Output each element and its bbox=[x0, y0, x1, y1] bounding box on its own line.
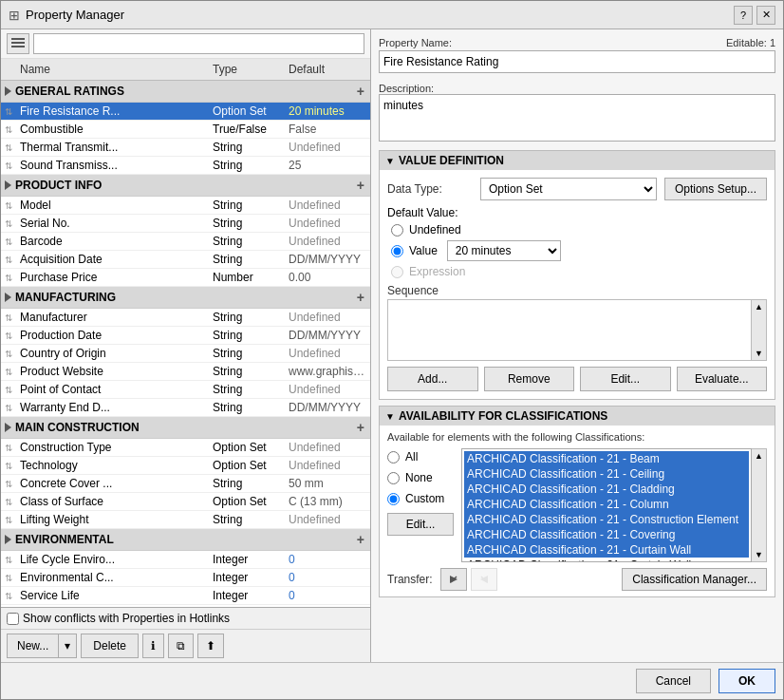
help-button[interactable]: ? bbox=[734, 6, 753, 25]
row-type: String bbox=[209, 381, 285, 398]
description-textarea[interactable]: minutes bbox=[379, 94, 775, 142]
table-row[interactable]: ⇅ Combustible True/False False bbox=[1, 121, 370, 139]
add-button[interactable]: Add... bbox=[387, 367, 478, 391]
classification-item[interactable]: ARCHICAD Classification - 21 - Ceiling bbox=[464, 466, 749, 482]
transfer-row: Transfer: bbox=[387, 568, 767, 591]
row-name: Acquisition Date bbox=[16, 251, 209, 268]
section-add-button[interactable]: + bbox=[357, 84, 364, 99]
list-view-button[interactable] bbox=[7, 33, 29, 54]
section-manufacturing: MANUFACTURING + bbox=[1, 287, 370, 309]
table-row[interactable]: ⇅ Product Website String www.graphisoft.… bbox=[1, 363, 370, 381]
export-button[interactable]: ⬆ bbox=[197, 634, 224, 658]
copy-button[interactable]: ⧉ bbox=[168, 634, 194, 658]
table-row[interactable]: ⇅ Construction Type Option Set Undefined bbox=[1, 439, 370, 457]
row-type: Option Set bbox=[209, 103, 285, 120]
availability-collapse-icon[interactable]: ▼ bbox=[385, 411, 395, 422]
table-row[interactable]: ⇅ Model String Undefined bbox=[1, 197, 370, 215]
classification-item[interactable]: ARCHICAD Classification - 21 - Construct… bbox=[464, 512, 749, 527]
table-row[interactable]: ⇅ Warranty End D... String DD/MM/YYYY bbox=[1, 399, 370, 417]
app-icon: ⊞ bbox=[9, 8, 20, 23]
conflicts-checkbox[interactable] bbox=[7, 613, 19, 625]
section-collapse-icon[interactable] bbox=[5, 180, 11, 190]
scroll-up-button[interactable]: ▲ bbox=[752, 300, 766, 313]
section-collapse-icon[interactable] bbox=[5, 535, 11, 544]
table-row[interactable]: ⇅ Technology Option Set Undefined bbox=[1, 457, 370, 475]
section-add-button[interactable]: + bbox=[357, 178, 364, 193]
classif-scroll-down[interactable]: ▼ bbox=[752, 548, 766, 561]
drag-handle: ⇅ bbox=[1, 104, 16, 119]
table-row[interactable]: ⇅ Barcode String Undefined bbox=[1, 233, 370, 251]
new-button[interactable]: New... bbox=[7, 634, 58, 658]
new-dropdown-button[interactable]: ▾ bbox=[58, 634, 77, 658]
transfer-from-icon bbox=[447, 573, 460, 586]
classification-item[interactable]: ARCHICAD Classification - 21 - Curtain W… bbox=[464, 558, 749, 562]
info-button[interactable]: ℹ bbox=[142, 634, 164, 658]
section-collapse-icon[interactable] bbox=[5, 86, 11, 96]
ok-button[interactable]: OK bbox=[719, 669, 775, 693]
edit-button[interactable]: Edit... bbox=[580, 367, 671, 391]
table-header: Name Type Default bbox=[1, 59, 370, 81]
radio-custom[interactable] bbox=[387, 493, 400, 505]
table-row[interactable]: ⇅ Serial No. String Undefined bbox=[1, 215, 370, 233]
classification-item[interactable]: ARCHICAD Classification - 21 - Covering bbox=[464, 527, 749, 542]
section-add-button[interactable]: + bbox=[357, 420, 364, 435]
radio-none[interactable] bbox=[387, 472, 400, 484]
availability-edit-button[interactable]: Edit... bbox=[387, 513, 454, 536]
table-row[interactable]: ⇅ Point of Contact String Undefined bbox=[1, 381, 370, 399]
property-name-header: Property Name: Editable: 1 bbox=[379, 37, 775, 48]
row-name: Class of Surface bbox=[16, 493, 209, 510]
classification-manager-button[interactable]: Classification Manager... bbox=[622, 568, 767, 591]
classification-item[interactable]: ARCHICAD Classification - 21 - Cladding bbox=[464, 482, 749, 497]
table-row[interactable]: ⇅ Concrete Cover ... String 50 mm bbox=[1, 475, 370, 493]
options-setup-button[interactable]: Options Setup... bbox=[664, 178, 767, 200]
table-row[interactable]: ⇅ Life Cycle Enviro... Integer 0 bbox=[1, 551, 370, 569]
radio-all[interactable] bbox=[387, 451, 400, 464]
classification-item[interactable]: ARCHICAD Classification - 21 - Column bbox=[464, 497, 749, 512]
property-name-input[interactable] bbox=[379, 50, 775, 73]
row-type: String bbox=[209, 345, 285, 362]
radio-expression[interactable] bbox=[391, 266, 403, 278]
cancel-button[interactable]: Cancel bbox=[636, 669, 711, 693]
row-default: Undefined bbox=[285, 439, 370, 456]
section-add-button[interactable]: + bbox=[357, 532, 364, 547]
close-button[interactable]: ✕ bbox=[756, 6, 775, 25]
table-row[interactable]: ⇅ Manufacturer String Undefined bbox=[1, 309, 370, 327]
row-default: 50 mm bbox=[285, 475, 370, 492]
section-collapse-icon[interactable] bbox=[5, 293, 11, 302]
table-row[interactable]: ⇅ Environmental C... Integer 0 bbox=[1, 569, 370, 587]
scroll-down-button[interactable]: ▼ bbox=[752, 347, 766, 360]
row-type: Number bbox=[209, 269, 285, 286]
delete-button[interactable]: Delete bbox=[81, 634, 139, 658]
evaluate-button[interactable]: Evaluate... bbox=[677, 367, 768, 391]
transfer-to-button[interactable] bbox=[471, 568, 497, 591]
table-row[interactable]: ⇅ Sound Transmiss... String 25 bbox=[1, 157, 370, 175]
table-row[interactable]: ⇅ Fire Resistance R... Option Set 20 min… bbox=[1, 103, 370, 121]
table-row[interactable]: ⇅ Purchase Price Number 0.00 bbox=[1, 269, 370, 287]
classif-scroll-up[interactable]: ▲ bbox=[752, 449, 766, 463]
table-row[interactable]: ⇅ Country of Origin String Undefined bbox=[1, 345, 370, 363]
classification-item[interactable]: ARCHICAD Classification - 21 - Curtain W… bbox=[464, 542, 749, 558]
search-input[interactable] bbox=[33, 33, 364, 54]
drag-handle: ⇅ bbox=[1, 141, 16, 155]
table-row[interactable]: ⇅ Thermal Transmit... String Undefined bbox=[1, 139, 370, 157]
section-add-button[interactable]: + bbox=[357, 290, 364, 305]
default-value-select[interactable]: 20 minutes 30 minutes 60 minutes 90 minu… bbox=[447, 240, 561, 261]
table-row[interactable]: ⇅ Acquisition Date String DD/MM/YYYY bbox=[1, 251, 370, 269]
section-collapse-icon[interactable] bbox=[5, 423, 11, 432]
drag-handle: ⇅ bbox=[1, 253, 16, 267]
drag-handle: ⇅ bbox=[1, 347, 16, 361]
classification-item[interactable]: ARCHICAD Classification - 21 - Beam bbox=[464, 451, 749, 466]
drag-handle: ⇅ bbox=[1, 329, 16, 343]
data-type-select[interactable]: Option Set True/False String Number Inte… bbox=[480, 178, 657, 200]
row-default: Undefined bbox=[285, 309, 370, 326]
table-row[interactable]: ⇅ Class of Surface Option Set C (13 mm) bbox=[1, 493, 370, 511]
table-row[interactable]: ⇅ Production Date String DD/MM/YYYY bbox=[1, 327, 370, 345]
row-default: DD/MM/YYYY bbox=[285, 327, 370, 344]
radio-value[interactable] bbox=[391, 245, 403, 257]
table-row[interactable]: ⇅ Lifting Weight String Undefined bbox=[1, 511, 370, 529]
table-row[interactable]: ⇅ Service Life Integer 0 bbox=[1, 587, 370, 605]
transfer-from-button[interactable] bbox=[440, 568, 467, 591]
collapse-icon[interactable]: ▼ bbox=[385, 156, 395, 166]
remove-button[interactable]: Remove bbox=[484, 367, 575, 391]
radio-undefined[interactable] bbox=[391, 224, 403, 236]
